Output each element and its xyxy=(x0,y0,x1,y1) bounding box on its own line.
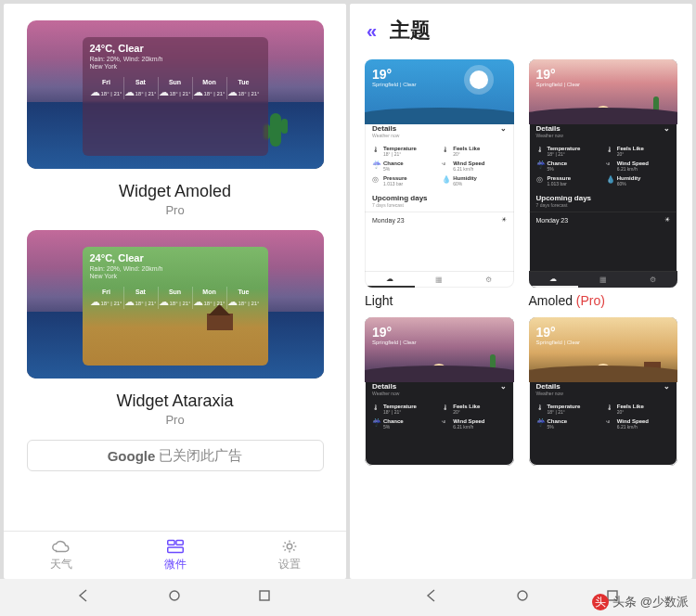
widget-title: Widget Amoled xyxy=(119,182,231,201)
svg-point-6 xyxy=(518,591,527,600)
ad-closed-banner[interactable]: Google 已关闭此广告 xyxy=(27,440,324,471)
svg-rect-5 xyxy=(260,591,269,600)
svg-rect-1 xyxy=(175,541,182,545)
widget-title: Widget Ataraxia xyxy=(116,391,233,411)
nav-left xyxy=(0,579,348,616)
tab-label: 设置 xyxy=(278,557,301,572)
panel-headline: 24°C, Clear xyxy=(90,43,261,54)
svg-point-4 xyxy=(170,591,179,600)
forecast-row: Fri☁18° | 21°Sat☁18° | 21°Sun☁18° | 21°M… xyxy=(90,77,261,99)
pro-tag: (Pro) xyxy=(576,293,605,308)
ad-brand: Google xyxy=(108,448,156,464)
nav-recent[interactable] xyxy=(257,588,272,607)
panel-sub2: New York xyxy=(90,63,261,71)
themes-screen: « 主题 19°Springfield | ClearDetails⌄Weath… xyxy=(350,4,692,579)
cloud-icon xyxy=(51,538,71,555)
page-title: 主题 xyxy=(390,17,431,45)
widget-pro-tag: Pro xyxy=(116,413,233,427)
watermark: 头 头条 @少数派 xyxy=(592,594,689,610)
tab-label: 天气 xyxy=(50,557,72,572)
weather-panel: 24°C, Clear Rain: 20%, Wind: 20km/h New … xyxy=(83,247,268,366)
nav-back[interactable] xyxy=(424,588,439,607)
tab-weather[interactable]: 天气 xyxy=(4,532,118,579)
tab-label: 微件 xyxy=(164,557,187,572)
ad-text: 已关闭此广告 xyxy=(159,447,242,465)
tab-widgets[interactable]: 微件 xyxy=(118,532,232,579)
svg-rect-0 xyxy=(167,541,174,545)
theme-label: Light xyxy=(365,293,514,308)
bottom-tabs: 天气 微件 设置 xyxy=(4,531,346,579)
forecast-row: Fri☁18° | 21°Sat☁18° | 21°Sun☁18° | 21°M… xyxy=(90,287,261,309)
gear-icon xyxy=(279,538,300,555)
widget-list: 24°C, Clear Rain: 20%, Wind: 20km/h New … xyxy=(4,4,346,531)
weather-panel: 24°C, Clear Rain: 20%, Wind: 20km/h New … xyxy=(83,37,268,156)
toutiao-icon: 头 xyxy=(592,594,609,610)
panel-sub1: Rain: 20%, Wind: 20km/h xyxy=(90,265,261,273)
widget-amoled-preview[interactable]: 24°C, Clear Rain: 20%, Wind: 20km/h New … xyxy=(27,20,324,169)
nav-home[interactable] xyxy=(167,588,182,607)
barn-icon xyxy=(207,314,233,330)
back-icon[interactable]: « xyxy=(367,20,377,42)
cactus-icon xyxy=(270,113,281,147)
theme-4[interactable]: 19°Springfield | ClearDetails⌄Weather no… xyxy=(529,317,678,466)
widgets-screen: 24°C, Clear Rain: 20%, Wind: 20km/h New … xyxy=(4,4,346,579)
nav-home[interactable] xyxy=(515,588,530,607)
panel-sub2: New York xyxy=(90,273,261,280)
theme-header: « 主题 xyxy=(350,4,692,52)
panel-sub1: Rain: 20%, Wind: 20km/h xyxy=(90,56,261,63)
panel-headline: 24°C, Clear xyxy=(90,252,261,263)
theme-grid: 19°Springfield | ClearDetails⌄Weather no… xyxy=(350,52,692,579)
widget-pro-tag: Pro xyxy=(119,203,231,217)
svg-point-3 xyxy=(287,544,292,549)
tab-settings[interactable]: 设置 xyxy=(232,532,346,579)
nav-back[interactable] xyxy=(76,588,91,607)
theme-light[interactable]: 19°Springfield | ClearDetails⌄Weather no… xyxy=(365,59,514,308)
theme-amoled[interactable]: 19°Springfield | ClearDetails⌄Weather no… xyxy=(529,59,678,308)
theme-label: Amoled (Pro) xyxy=(529,293,678,308)
widget-ataraxia-preview[interactable]: 24°C, Clear Rain: 20%, Wind: 20km/h New … xyxy=(27,230,324,379)
widgets-icon xyxy=(165,538,186,555)
theme-3[interactable]: 19°Springfield | ClearDetails⌄Weather no… xyxy=(365,317,514,466)
svg-rect-2 xyxy=(167,547,183,553)
